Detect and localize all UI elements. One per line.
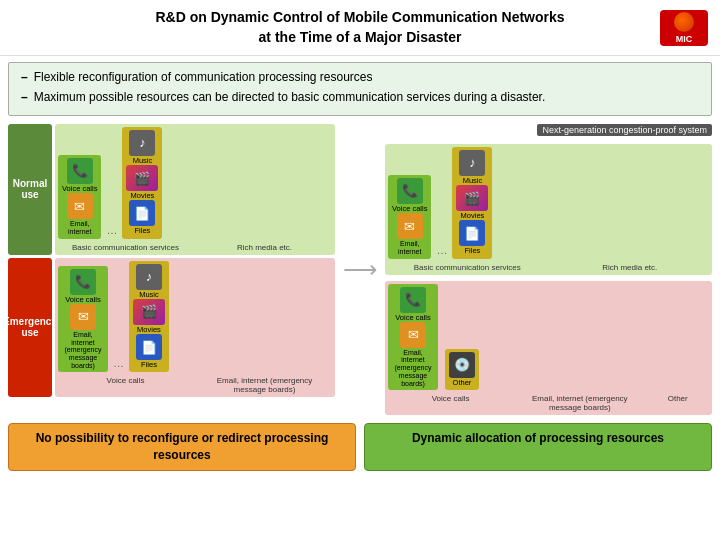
basic-services-caption-left: Basic communication services (58, 243, 193, 252)
movies-icon-left: 🎬 Movies (126, 165, 158, 200)
voice-calls-icon-right: 📞 Voice calls (392, 178, 427, 213)
emergency-email-caption: Email, internet (emergencymessage boards… (197, 376, 332, 394)
main-content: Normal use 📞 Voice calls ✉ Email,interne… (0, 122, 720, 417)
emergency-right-basic: 📞 Voice calls ✉ Email, internet(emergenc… (388, 284, 438, 391)
right-section: Next-generation congestion-proof system … (385, 124, 712, 415)
rich-media-caption-left: Rich media etc. (197, 243, 332, 252)
bullets-section: – Flexible reconfiguration of communicat… (8, 62, 712, 116)
normal-icon-row: 📞 Voice calls ✉ Email,internet … ♪ (58, 127, 332, 239)
normal-services-right: 📞 Voice calls ✉ Email,internet … ♪ (385, 144, 712, 275)
email-icon-left: ✉ Email,internet (62, 193, 97, 235)
left-banner: No possibility to reconfigure or redirec… (8, 423, 356, 471)
bullet-2: – Maximum possible resources can be dire… (21, 89, 699, 106)
emergency-icon-row-right: 📞 Voice calls ✉ Email, internet(emergenc… (388, 284, 709, 391)
normal-use-row: Normal use 📞 Voice calls ✉ Email,interne… (8, 124, 335, 255)
emergency-files-icon: 📄 Files (133, 334, 165, 369)
emergency-rich-group: ♪ Music 🎬 Movies 📄 Files (129, 261, 169, 373)
right-banner: Dynamic allocation of processing resourc… (364, 423, 712, 471)
right-header: Next-generation congestion-proof system (385, 124, 712, 139)
music-icon-left: ♪ Music (126, 130, 158, 165)
emergency-right-voice: 📞 Voice calls (392, 287, 434, 322)
basic-svc-caption-right: Basic communication services (388, 263, 547, 272)
emergency-use-row: Emergency use 📞 Voice calls ✉ Email, int… (8, 258, 335, 398)
files-icon-left: 📄 Files (126, 200, 158, 235)
bullet-1: – Flexible reconfiguration of communicat… (21, 69, 699, 86)
header-title: R&D on Dynamic Control of Mobile Communi… (155, 8, 564, 47)
emergency-voice-caption: Voice calls (58, 376, 193, 394)
files-icon-right: 📄 Files (456, 220, 488, 255)
basic-services-group-left: 📞 Voice calls ✉ Email,internet (58, 155, 101, 239)
emergency-basic-group: 📞 Voice calls ✉ Email, internet(emergenc… (58, 266, 108, 373)
emergency-voice-icon: 📞 Voice calls (62, 269, 104, 304)
logo-circle (674, 12, 694, 32)
emergency-right-caption: Voice calls (388, 394, 513, 412)
email-icon-right: ✉ Email,internet (392, 213, 427, 255)
emergency-email-icon: ✉ Email, internet(emergencymessage board… (62, 304, 104, 369)
header: R&D on Dynamic Control of Mobile Communi… (0, 0, 720, 56)
normal-services-left: 📞 Voice calls ✉ Email,internet … ♪ (55, 124, 335, 255)
left-section: Normal use 📞 Voice calls ✉ Email,interne… (8, 124, 335, 415)
emergency-right-other: 💿 Other (445, 349, 479, 390)
section-divider-arrow: ⟶ (341, 124, 379, 415)
normal-use-row-right: 📞 Voice calls ✉ Email,internet … ♪ (385, 144, 712, 275)
rich-media-group-left: ♪ Music 🎬 Movies 📄 Files (122, 127, 162, 239)
emergency-email-right-caption: Email, internet (emergencymessage boards… (517, 394, 642, 412)
rich-media-caption-right: Rich media etc. (551, 263, 710, 272)
emergency-icon-row: 📞 Voice calls ✉ Email, internet(emergenc… (58, 261, 332, 373)
other-caption: Other (646, 394, 709, 412)
emergency-music-icon: ♪ Music (133, 264, 165, 299)
music-icon-right: ♪ Music (456, 150, 488, 185)
bottom-banners: No possibility to reconfigure or redirec… (0, 419, 720, 475)
rich-media-group-right: ♪ Music 🎬 Movies 📄 Files (452, 147, 492, 259)
emergency-use-label: Emergency use (8, 258, 52, 398)
movies-icon-right: 🎬 Movies (456, 185, 488, 220)
mic-logo: MIC (660, 10, 708, 46)
emergency-services-left: 📞 Voice calls ✉ Email, internet(emergenc… (55, 258, 335, 398)
ng-label: Next-generation congestion-proof system (537, 124, 712, 136)
voice-calls-icon-left: 📞 Voice calls (62, 158, 97, 193)
basic-services-group-right: 📞 Voice calls ✉ Email,internet (388, 175, 431, 259)
other-icon-right: 💿 Other (449, 352, 475, 387)
emergency-movies-icon: 🎬 Movies (133, 299, 165, 334)
normal-use-label: Normal use (8, 124, 52, 255)
emergency-services-right: 📞 Voice calls ✉ Email, internet(emergenc… (385, 281, 712, 416)
emergency-right-email: ✉ Email, internet(emergencymessage board… (392, 322, 434, 387)
app-container: R&D on Dynamic Control of Mobile Communi… (0, 0, 720, 475)
emergency-use-row-right: 📞 Voice calls ✉ Email, internet(emergenc… (385, 281, 712, 416)
normal-icon-row-right: 📞 Voice calls ✉ Email,internet … ♪ (388, 147, 709, 259)
